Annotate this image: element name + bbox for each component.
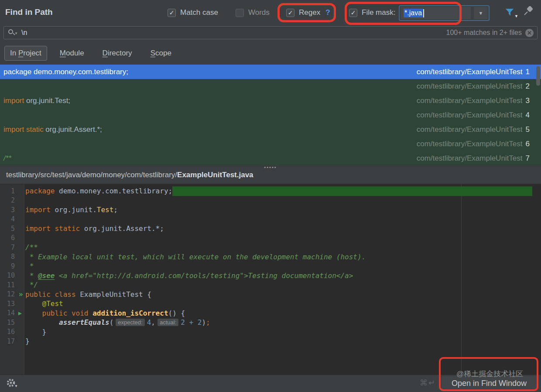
editor-line-16[interactable]: 16 } [0, 327, 541, 337]
line-number: 11 [0, 281, 15, 289]
editor-code: 1package demo.money.com.testlibrary;23im… [0, 186, 541, 346]
editor-line-17[interactable]: 17} [0, 337, 541, 346]
filter-caret-icon: ▼ [514, 14, 518, 18]
editor-line-8[interactable]: 8 * Example local unit test, which will … [0, 252, 541, 262]
editor-line-13[interactable]: 13 @Test [0, 299, 541, 309]
editor-line-3[interactable]: 3import org.junit.Test; [0, 205, 541, 215]
pin-icon[interactable] [523, 6, 533, 17]
result-row-line-5[interactable]: import static org.junit.Assert.*;com/tes… [0, 122, 541, 137]
file-mask-checkbox[interactable] [349, 9, 357, 17]
search-icon[interactable]: ▼ [8, 29, 18, 37]
editor-line-9[interactable]: 9 * [0, 261, 541, 271]
tab-directory[interactable]: Directory [97, 46, 138, 61]
code-segment: assertEquals [59, 318, 110, 327]
result-row-line-3[interactable]: import org.junit.Test;com/testlibrary/Ex… [0, 93, 541, 108]
code-segment: demo.money.com.testlibrary; [59, 187, 172, 195]
file-mask-combo[interactable]: *.java ▼ [399, 5, 490, 21]
code-segment [25, 309, 42, 317]
match-case-option[interactable]: Match case [168, 8, 218, 17]
result-file-label: com/testlibrary/ExampleUnitTest7 [417, 154, 541, 163]
code-segment: */ [25, 281, 38, 289]
tab-module[interactable]: Module [54, 46, 90, 61]
editor-line-15[interactable]: 15 assertEquals(expected:4,actual:2 + 2)… [0, 318, 541, 327]
filter-funnel-icon[interactable]: ▼ [504, 7, 515, 17]
search-input[interactable]: ▼ \n 100+ matches in 2+ files ✕ [3, 26, 538, 39]
code-segment: @see [38, 272, 55, 280]
clear-search-icon[interactable]: ✕ [525, 29, 534, 37]
line-number: 2 [0, 196, 15, 204]
editor-line-1[interactable]: 1package demo.money.com.testlibrary; [0, 186, 541, 196]
code-segment: demo.money.com.testlibrary; [34, 68, 128, 76]
code-segment: org.junit.Test; [26, 96, 70, 105]
match-highlight [172, 186, 532, 196]
result-row-line-2[interactable]: com/testlibrary/ExampleUnitTest2 [0, 79, 541, 93]
regex-help-link[interactable]: ? [325, 8, 330, 17]
editor-line-6[interactable]: 6 [0, 234, 541, 243]
words-option[interactable]: Words [236, 8, 270, 17]
match-case-checkbox[interactable] [168, 9, 176, 17]
editor-line-2[interactable]: 2 [0, 196, 541, 206]
result-code-text: package demo.money.com.testlibrary; [3, 68, 128, 76]
results-scrollbar[interactable] [536, 66, 540, 86]
code-segment [25, 299, 42, 308]
result-row-line-1[interactable]: package demo.money.com.testlibrary;com/t… [0, 65, 541, 79]
editor-line-10[interactable]: 10 * @see <a href="http://d.android.com/… [0, 271, 541, 281]
run-class-run-marker-icon[interactable]: » [15, 290, 25, 299]
line-number: 3 [0, 206, 15, 214]
code-segment: ; [113, 206, 118, 214]
code-segment: public class [25, 290, 80, 299]
regex-option[interactable]: Regex ? [286, 8, 330, 17]
file-mask-value: *.java [404, 9, 423, 17]
code-segment: * [25, 272, 38, 280]
words-checkbox[interactable] [236, 9, 244, 17]
editor-line-5[interactable]: 5import static org.junit.Assert.*; [0, 224, 541, 234]
open-shortcut-hint: ⌘↵ [420, 378, 436, 388]
result-row-line-7[interactable]: /**com/testlibrary/ExampleUnitTest7 [0, 151, 541, 165]
editor-line-7[interactable]: 7/** [0, 243, 541, 252]
preview-filename: ExampleUnitTest.java [177, 171, 253, 179]
regex-checkbox[interactable] [286, 9, 294, 17]
preview-path: testlibrary/src/test/java/demo/money/com… [6, 171, 177, 179]
dialog-title: Find in Path [5, 7, 53, 17]
code-segment: org.junit. [55, 206, 96, 214]
code-segment: , [151, 318, 155, 327]
settings-gear-icon[interactable]: ▼ [6, 378, 18, 388]
result-row-line-6[interactable]: com/testlibrary/ExampleUnitTest6 [0, 137, 541, 151]
code-segment: } [25, 337, 30, 345]
code-segment: ( [110, 318, 114, 327]
file-mask-option[interactable]: File mask: [349, 8, 395, 17]
code-segment: package [25, 187, 59, 195]
code-preview-editor[interactable]: 1package demo.money.com.testlibrary;23im… [0, 184, 541, 375]
line-number: 5 [0, 225, 15, 233]
file-mask-input[interactable]: *.java [401, 7, 471, 19]
code-segment: import static [25, 224, 84, 233]
match-case-label: Match case [180, 8, 218, 17]
run-method-run-marker-icon[interactable]: ▶ [15, 309, 25, 316]
code-segment: } [25, 328, 46, 336]
splitter-handle[interactable]: ••••• [0, 166, 541, 168]
file-mask-dropdown-button[interactable]: ▼ [474, 7, 488, 19]
watermark-text: @稀土掘金技术社区 [456, 369, 523, 379]
result-code-text: /** [3, 154, 11, 163]
line-number: 13 [0, 300, 15, 308]
editor-line-12[interactable]: 12»public class ExampleUnitTest { [0, 290, 541, 299]
line-number: 16 [0, 328, 15, 336]
gear-caret-icon: ▼ [14, 384, 18, 388]
code-segment [25, 318, 59, 327]
line-number: 8 [0, 253, 15, 261]
code-segment: * [25, 262, 34, 270]
result-file-label: com/testlibrary/ExampleUnitTest4 [417, 111, 541, 120]
tab-in-project[interactable]: In Project [4, 46, 47, 61]
text-caret [423, 9, 424, 17]
search-query: \n [21, 29, 27, 37]
line-number: 4 [0, 215, 15, 223]
scope-tabs: In ProjectModuleDirectoryScope [4, 46, 177, 61]
result-row-line-4[interactable]: com/testlibrary/ExampleUnitTest4 [0, 108, 541, 122]
editor-line-4[interactable]: 4 [0, 215, 541, 224]
tab-scope[interactable]: Scope [145, 46, 177, 61]
editor-line-11[interactable]: 11 */ [0, 280, 541, 290]
editor-line-14[interactable]: 14▶ public void addition_isCorrect() { [0, 309, 541, 318]
code-segment: import [25, 206, 55, 214]
line-number: 10 [0, 272, 15, 279]
result-code-text: import static org.junit.Assert.*; [3, 125, 102, 134]
